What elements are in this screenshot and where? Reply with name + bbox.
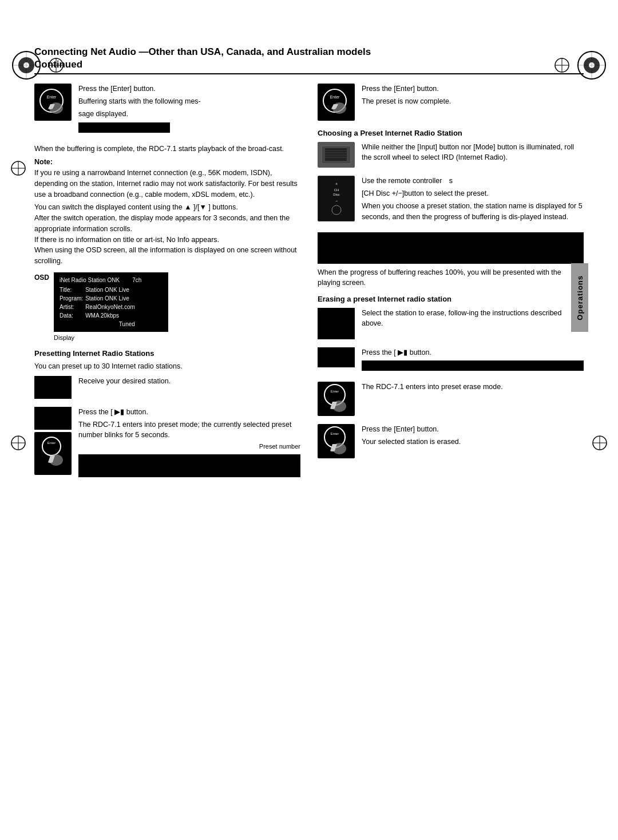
preset-step1-image [34,376,72,399]
osd-table: Title: Station ONK Live Program: Station… [60,286,137,328]
erase-step4-text: Press the [Enter] button. Your selected … [362,424,584,449]
svg-text:−: − [335,199,337,203]
svg-point-44 [332,205,341,215]
top-left-disc-icon [11,50,41,80]
top-right-crosshair-icon [554,57,570,73]
svg-text:Enter: Enter [330,390,338,393]
osd-box: iNet Radio Station ONK 7ch Title: Statio… [54,272,168,332]
preset-step1-text: Receive your desired station. [78,376,300,389]
erase-step3-text: The RDC-7.1 enters into preset erase mod… [362,382,584,394]
osd-row-program: Program: Station ONK Live [60,294,137,303]
left-mid-crosshair [10,160,26,178]
svg-text:Enter: Enter [46,95,56,99]
preset-number-label: Preset number [78,442,300,451]
top-marks-row [0,50,618,80]
content-area: Connecting Net Audio —Other than USA, Ca… [34,46,584,488]
osd-row-title: Title: Station ONK Live [60,286,137,294]
preset-step2-text: Press the [ ▶▮ button. The RDC-7.1 enter… [78,407,300,480]
top-left-crosshair-icon [48,57,64,73]
progress-display [318,232,584,264]
choosing-step-ch-disc: + CH Disc − Use the remote controller s … [318,176,584,224]
buffering-note-block: When the buffering is complete, the RDC-… [34,144,300,267]
erase-step-2: Press the [ ▶▮ button. [318,347,584,374]
osd-row-data: Data: WMA 20kbps [60,311,137,320]
ch-disc-image: + CH Disc − [318,176,355,221]
choosing-heading: Choosing a Preset Internet Radio Station [318,129,584,137]
right-lower-crosshair [592,435,608,453]
erase-step-4: Enter Press the [Enter] button. Your sel… [318,424,584,458]
page: Operations Connecting Net Audio —Other t… [0,46,618,840]
erase-step2-display [362,360,584,371]
erase-step-3: Enter The RDC-7.1 enters into preset era… [318,382,584,416]
erase-step3-image: Enter [318,382,355,416]
right-enter-text: Press the [Enter] button. The preset is … [362,84,584,109]
choosing-ch-disc-text: Use the remote controller s [CH Disc +/−… [362,176,584,224]
erase-enter-icon-2: Enter [322,426,351,457]
right-step-enter: Enter Press the [Enter] button. The pres… [318,84,584,121]
scroll-device-icon [320,145,352,165]
operations-tab: Operations [571,263,588,332]
top-right-disc-icon [577,50,607,80]
right-enter-image: Enter [318,84,355,121]
svg-text:Enter: Enter [330,432,338,435]
erase-enter-icon: Enter [322,383,351,415]
erasing-heading: Erasing a preset Internet radio station [318,295,584,303]
svg-text:Disc: Disc [333,193,340,196]
preset-step2b-image: Enter [34,432,72,475]
main-columns: Enter Press the [Enter] button. Bufferin… [34,84,584,488]
scroll-device-image [318,142,355,168]
osd-container: OSD iNet Radio Station ONK 7ch Title: St… [34,272,300,341]
svg-text:Enter: Enter [47,441,55,445]
erase-step1-text: Select the station to erase, follow-ing … [362,308,584,331]
erase-step4-image: Enter [318,424,355,458]
osd-row-artist: Artist: RealOnkyoNet.com [60,303,137,311]
progress-text: When the progress of buffering reaches 1… [318,267,584,288]
top-right-marks [554,50,607,80]
erase-step2-image [318,347,355,367]
step-buffering-text: Press the [Enter] button. Buffering star… [78,84,300,135]
preset-display [78,454,300,477]
svg-point-28 [42,437,61,455]
erase-step-1: Select the station to erase, follow-ing … [318,308,584,339]
svg-text:Enter: Enter [330,95,339,99]
svg-text:CH: CH [334,188,339,192]
osd-row-tuned: Tuned [60,320,137,328]
choosing-scroll-text: While neither the [Input] button nor [Mo… [362,142,584,165]
choosing-step-scroll: While neither the [Input] button nor [Mo… [318,142,584,168]
step-press-enter-buffering: Enter Press the [Enter] button. Bufferin… [34,84,300,135]
erase-step1-image [318,308,355,339]
enter-hand-icon-1: Enter [39,88,68,117]
left-column: Enter Press the [Enter] button. Bufferin… [34,84,300,488]
preset-step-1: Receive your desired station. [34,376,300,399]
svg-rect-35 [325,148,347,161]
preset-step2a-image [34,407,72,430]
top-left-marks [11,50,64,80]
right-enter-icon: Enter [322,88,351,117]
buffering-display [78,122,170,133]
presetting-section: Presetting Internet Radio Stations You c… [34,349,300,370]
erase-step2-text: Press the [ ▶▮ button. [362,347,584,374]
left-lower-crosshair [10,435,26,453]
enter-hand-icon-2: Enter [39,436,68,470]
enter-button-image-1: Enter [34,84,72,121]
right-column: Enter Press the [Enter] button. The pres… [318,84,584,488]
ch-disc-icon: + CH Disc − [322,179,351,219]
preset-step-2: Enter Press the [ ▶▮ button. The RDC-7.1… [34,407,300,480]
svg-text:+: + [335,182,337,186]
